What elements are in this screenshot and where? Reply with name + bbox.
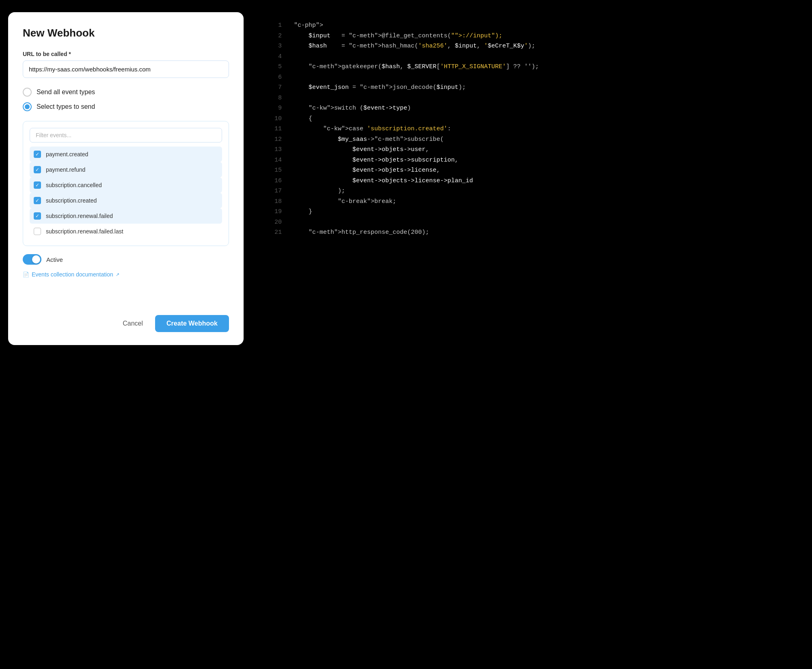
event-name-label: payment.created: [46, 151, 88, 158]
docs-link-text: Events collection documentation: [32, 271, 113, 278]
active-toggle[interactable]: [23, 254, 41, 265]
code-line: 2 $input = "c-meth">@file_get_contents("…: [272, 31, 800, 41]
line-number: 14: [272, 155, 282, 166]
event-list-item[interactable]: ✓payment.created: [30, 147, 222, 162]
code-line: 1"c-php">: [272, 20, 800, 31]
line-number: 4: [272, 52, 282, 62]
event-checkbox: [34, 228, 41, 235]
line-content: {: [294, 114, 312, 124]
new-webhook-modal: New Webhook URL to be called * Send all …: [8, 12, 244, 345]
line-number: 21: [272, 227, 282, 238]
line-content: $event->objets->license,: [294, 165, 440, 176]
line-number: 1: [272, 20, 282, 31]
event-checkbox: ✓: [34, 197, 41, 204]
line-number: 8: [272, 93, 282, 104]
code-line: 20: [272, 217, 800, 228]
code-line: 9 "c-kw">switch ($event->type): [272, 103, 800, 114]
event-name-label: subscription.created: [46, 197, 97, 204]
event-name-label: subscription.cancelled: [46, 182, 102, 188]
line-number: 10: [272, 114, 282, 124]
code-line: 4: [272, 52, 800, 62]
line-content: $event_json = "c-meth">json_decode($inpu…: [294, 82, 466, 93]
event-list-item[interactable]: ✓subscription.renewal.failed: [30, 208, 222, 224]
code-line: 12 $my_saas->"c-meth">subscribe(: [272, 134, 800, 145]
event-name-label: payment.refund: [46, 166, 85, 173]
code-line: 15 $event->objets->license,: [272, 165, 800, 176]
code-line: 17 );: [272, 186, 800, 196]
code-line: 21 "c-meth">http_response_code(200);: [272, 227, 800, 238]
code-line: 6: [272, 72, 800, 83]
event-list-item[interactable]: ✓subscription.cancelled: [30, 177, 222, 193]
toggle-knob: [32, 255, 40, 263]
line-content: $event->objets->user,: [294, 145, 429, 155]
line-content: $hash = "c-meth">hash_hmac('sha256', $in…: [294, 41, 535, 52]
modal-footer: Cancel Create Webhook: [23, 312, 229, 332]
line-content: [294, 93, 298, 104]
radio-select-types-circle: [23, 102, 32, 111]
line-number: 20: [272, 217, 282, 228]
event-select-box: ✓payment.created✓payment.refund✓subscrip…: [23, 121, 229, 246]
line-number: 12: [272, 134, 282, 145]
radio-select-types[interactable]: Select types to send: [23, 102, 229, 111]
line-number: 5: [272, 62, 282, 72]
code-panel: 1"c-php">2 $input = "c-meth">@file_get_c…: [268, 12, 804, 246]
event-name-label: subscription.renewal.failed: [46, 213, 113, 219]
url-input[interactable]: [23, 60, 229, 78]
code-line: 8: [272, 93, 800, 104]
event-type-radio-group: Send all event types Select types to sen…: [23, 88, 229, 111]
code-line: 18 "c-break">break;: [272, 196, 800, 207]
line-content: $event->objets->subscription,: [294, 155, 458, 166]
line-content: "c-meth">gatekeeper($hash, $_SERVER['HTT…: [294, 62, 539, 72]
line-content: [294, 72, 298, 83]
line-content: $input = "c-meth">@file_get_contents("">…: [294, 31, 502, 41]
line-number: 15: [272, 165, 282, 176]
line-number: 3: [272, 41, 282, 52]
active-label: Active: [46, 256, 63, 263]
event-checkbox: ✓: [34, 151, 41, 158]
code-line: 16 $event->objects->license->plan_id: [272, 176, 800, 186]
line-content: "c-kw">case 'subscription.created':: [294, 124, 451, 134]
line-content: "c-meth">http_response_code(200);: [294, 227, 429, 238]
external-link-icon: ↗: [116, 272, 119, 277]
line-number: 9: [272, 103, 282, 114]
event-list-item[interactable]: ✓payment.refund: [30, 162, 222, 177]
line-content: }: [294, 207, 312, 217]
event-checkbox: ✓: [34, 181, 41, 189]
line-number: 17: [272, 186, 282, 196]
line-number: 18: [272, 196, 282, 207]
line-content: [294, 52, 298, 62]
code-line: 3 $hash = "c-meth">hash_hmac('sha256', $…: [272, 41, 800, 52]
event-name-label: subscription.renewal.failed.last: [46, 228, 123, 235]
filter-events-input[interactable]: [30, 128, 222, 142]
line-content: $my_saas->"c-meth">subscribe(: [294, 134, 444, 145]
active-row: Active: [23, 254, 229, 265]
line-content: "c-kw">switch ($event->type): [294, 103, 411, 114]
radio-send-all-circle: [23, 88, 32, 97]
code-line: 5 "c-meth">gatekeeper($hash, $_SERVER['H…: [272, 62, 800, 72]
code-line: 10 {: [272, 114, 800, 124]
line-content: "c-break">break;: [294, 196, 396, 207]
event-checkbox: ✓: [34, 212, 41, 220]
code-line: 11 "c-kw">case 'subscription.created':: [272, 124, 800, 134]
line-number: 19: [272, 207, 282, 217]
code-line: 13 $event->objets->user,: [272, 145, 800, 155]
line-content: "c-php">: [294, 20, 323, 31]
line-content: $event->objects->license->plan_id: [294, 176, 473, 186]
cancel-button[interactable]: Cancel: [116, 316, 149, 331]
line-content: [294, 217, 298, 228]
line-number: 6: [272, 72, 282, 83]
docs-icon: 📄: [23, 272, 29, 278]
radio-send-all[interactable]: Send all event types: [23, 88, 229, 97]
docs-link[interactable]: 📄 Events collection documentation ↗: [23, 271, 229, 278]
event-list-item[interactable]: ✓subscription.created: [30, 193, 222, 208]
modal-title: New Webhook: [23, 27, 229, 39]
code-line: 14 $event->objets->subscription,: [272, 155, 800, 166]
line-number: 16: [272, 176, 282, 186]
code-line: 19 }: [272, 207, 800, 217]
create-webhook-button[interactable]: Create Webhook: [155, 315, 229, 332]
url-label: URL to be called *: [23, 51, 229, 57]
radio-send-all-label: Send all event types: [37, 88, 95, 96]
event-checkbox: ✓: [34, 166, 41, 173]
event-list-item[interactable]: subscription.renewal.failed.last: [30, 224, 222, 239]
line-number: 11: [272, 124, 282, 134]
